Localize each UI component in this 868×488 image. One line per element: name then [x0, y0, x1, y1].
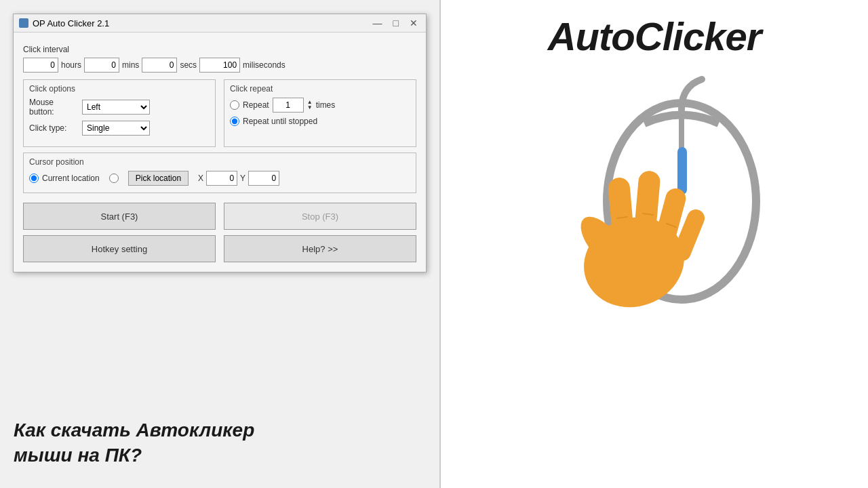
click-interval-row: hours mins secs miliseconds — [23, 58, 416, 73]
cursor-section: Cursor position Current location Pick lo… — [23, 152, 416, 193]
click-interval-label: Click interval — [23, 45, 416, 54]
mouse-svg — [539, 73, 770, 330]
minimize-button[interactable]: — — [370, 18, 385, 28]
stop-button[interactable]: Stop (F3) — [224, 203, 416, 230]
close-button[interactable]: ✕ — [407, 18, 420, 28]
bottom-text-line2: мыши на ПК? — [14, 443, 254, 468]
cursor-position-title: Cursor position — [29, 157, 410, 167]
right-panel: AutoClicker — [441, 0, 868, 488]
spinner-arrows[interactable]: ▲ ▼ — [307, 100, 313, 110]
repeat-radio[interactable] — [230, 100, 239, 110]
spinner-down[interactable]: ▼ — [307, 105, 313, 110]
hours-input[interactable] — [23, 58, 58, 73]
help-button[interactable]: Help? >> — [224, 235, 416, 262]
brand-title: AutoClicker — [548, 14, 762, 59]
ms-input[interactable] — [199, 58, 240, 73]
bottom-text-line1: Как скачать Автокликер — [14, 418, 254, 443]
bottom-text: Как скачать Автокликер мыши на ПК? — [14, 418, 254, 468]
repeat-until-label: Repeat until stopped — [243, 117, 317, 126]
x-input[interactable] — [206, 171, 237, 186]
title-bar: OP Auto Clicker 2.1 — □ ✕ — [14, 14, 426, 33]
repeat-until-row: Repeat until stopped — [230, 117, 410, 126]
ms-label: miliseconds — [243, 60, 285, 70]
left-panel: OP Auto Clicker 2.1 — □ ✕ Click interval… — [0, 0, 441, 488]
y-label: Y — [240, 174, 245, 183]
mouse-button-label: Mouse button: — [29, 98, 78, 117]
repeat-label: Repeat — [243, 100, 269, 110]
maximize-button[interactable]: □ — [391, 18, 401, 28]
current-location-label: Current location — [42, 174, 100, 183]
app-window: OP Auto Clicker 2.1 — □ ✕ Click interval… — [13, 14, 427, 272]
x-label: X — [198, 174, 203, 183]
click-type-select[interactable]: Single Double — [82, 121, 150, 136]
y-input[interactable] — [248, 171, 279, 186]
click-repeat-title: Click repeat — [230, 84, 410, 94]
app-body: Click interval hours mins secs milisecon… — [14, 33, 426, 272]
repeat-times-input[interactable] — [273, 98, 304, 113]
click-options-title: Click options — [29, 84, 210, 94]
mouse-illustration — [539, 73, 770, 330]
current-location-radio[interactable] — [29, 174, 39, 183]
mouse-button-row: Mouse button: Left Middle Right — [29, 98, 210, 117]
window-title: OP Auto Clicker 2.1 — [33, 18, 109, 28]
mins-input[interactable] — [84, 58, 119, 73]
hours-label: hours — [61, 60, 81, 70]
options-repeat-row: Click options Mouse button: Left Middle … — [23, 79, 416, 147]
repeat-radio-row: Repeat ▲ ▼ times — [230, 98, 410, 113]
hotkey-button[interactable]: Hotkey setting — [23, 235, 216, 262]
pick-location-group — [109, 174, 119, 183]
secs-label: secs — [180, 60, 197, 70]
app-icon — [19, 18, 28, 28]
times-label: times — [316, 100, 336, 110]
pick-location-button[interactable]: Pick location — [128, 171, 189, 186]
xy-row: X Y — [198, 171, 279, 186]
title-bar-left: OP Auto Clicker 2.1 — [19, 18, 109, 28]
click-type-row: Click type: Single Double — [29, 121, 210, 136]
secondary-button-row: Hotkey setting Help? >> — [23, 235, 416, 262]
click-options-section: Click options Mouse button: Left Middle … — [23, 79, 216, 147]
mins-label: mins — [122, 60, 139, 70]
repeat-until-radio[interactable] — [230, 117, 239, 126]
mouse-button-select[interactable]: Left Middle Right — [82, 100, 150, 115]
secs-input[interactable] — [142, 58, 177, 73]
current-location-group: Current location — [29, 174, 100, 183]
click-repeat-section: Click repeat Repeat ▲ ▼ times Repeat u — [224, 79, 416, 147]
start-button[interactable]: Start (F3) — [23, 203, 216, 230]
pick-location-radio[interactable] — [109, 174, 119, 183]
primary-button-row: Start (F3) Stop (F3) — [23, 203, 416, 230]
svg-rect-2 — [677, 147, 687, 195]
cursor-row: Current location Pick location X Y — [29, 171, 410, 186]
click-type-label: Click type: — [29, 123, 78, 133]
title-bar-controls: — □ ✕ — [370, 18, 420, 28]
